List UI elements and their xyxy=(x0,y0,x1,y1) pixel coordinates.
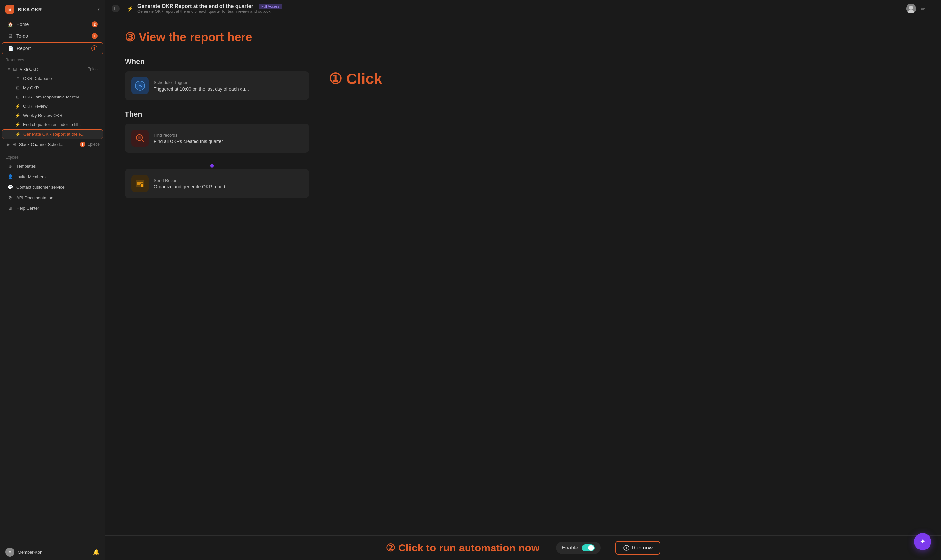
user-avatar[interactable]: M xyxy=(5,548,14,557)
sidebar-item-help[interactable]: ⊞ Help Center xyxy=(2,203,103,213)
sidebar-item-invite[interactable]: 👤 Invite Members xyxy=(2,172,103,182)
user-name: Member-Kon xyxy=(18,550,90,555)
report-badge: 1 xyxy=(91,45,97,51)
vika-okr-header[interactable]: ▼ ⊞ Vika OKR 7piece xyxy=(2,64,103,74)
connector-line xyxy=(211,154,212,164)
okr-responsible-label: OKR I am responsible for revi... xyxy=(23,95,100,100)
nav-report[interactable]: 📄 Report 1 xyxy=(2,42,103,54)
sidebar-item-generate-okr[interactable]: ⚡ Generate OKR Report at the e... xyxy=(2,129,103,139)
title-row: Generate OKR Report at the end of the qu… xyxy=(137,3,282,9)
run-now-button[interactable]: Run now xyxy=(616,541,660,555)
scheduler-trigger-desc: Triggered at 10:00 on the last day of ea… xyxy=(154,86,249,92)
send-report-desc: Organize and generate OKR report xyxy=(154,184,225,189)
access-badge: Full Access xyxy=(259,4,282,9)
contact-label: Contact customer service xyxy=(17,185,65,190)
bolt3-icon: ⚡ xyxy=(15,122,20,127)
todo-badge: 1 xyxy=(92,33,97,39)
sidebar-item-okr-review[interactable]: ⚡ OKR Review xyxy=(2,102,103,111)
svg-point-11 xyxy=(138,136,141,139)
topbar-title-group: Generate OKR Report at the end of the qu… xyxy=(137,3,282,14)
grid2-icon: ⊞ xyxy=(15,85,20,90)
sidebar-item-okr-responsible[interactable]: ⊞ OKR I am responsible for revi... xyxy=(2,92,103,102)
more-options-icon[interactable]: ··· xyxy=(930,5,935,12)
api-icon: ⚙ xyxy=(7,195,13,200)
chevron-right-icon: ▶ xyxy=(7,143,10,146)
connector xyxy=(125,152,921,169)
enable-toggle[interactable] xyxy=(582,544,595,551)
panel-toggle-button[interactable] xyxy=(112,5,120,12)
okr-review-label: OKR Review xyxy=(23,104,100,109)
end-quarter-label: End of quarter reminder to fill ... xyxy=(23,122,100,127)
enable-label: Enable xyxy=(562,545,578,551)
slack-title: Slack Channel Sched... xyxy=(19,142,76,147)
home-badge: 2 xyxy=(92,22,97,27)
svg-line-12 xyxy=(141,140,143,142)
explore-label: Explore xyxy=(0,152,105,161)
sidebar-item-templates[interactable]: ⊕ Templates xyxy=(2,161,103,171)
send-report-title: Send Report xyxy=(154,178,225,183)
sidebar-item-weekly-review[interactable]: ⚡ Weekly Review OKR xyxy=(2,111,103,120)
send-report-info: Send Report Organize and generate OKR re… xyxy=(154,178,225,189)
scheduler-icon-wrap xyxy=(131,77,148,94)
grid3-icon: ⊞ xyxy=(15,95,20,100)
report-icon: 📄 xyxy=(8,46,14,51)
workspace-header[interactable]: B BIKA OKR ▾ xyxy=(0,0,105,18)
templates-icon: ⊕ xyxy=(7,163,13,169)
slack-grid-icon: ⊞ xyxy=(12,142,17,147)
sidebar: B BIKA OKR ▾ 🏠 Home 2 ☑ To-do 1 📄 Report… xyxy=(0,0,105,560)
workspace-chevron-icon: ▾ xyxy=(97,7,100,11)
sidebar-item-contact[interactable]: 💬 Contact customer service xyxy=(2,182,103,192)
todo-icon: ☑ xyxy=(7,34,13,39)
main-content: ⚡ Generate OKR Report at the end of the … xyxy=(105,0,941,560)
slack-badge: ! xyxy=(80,142,85,147)
annotation-run-automation: ② Click to run automation now xyxy=(386,542,540,554)
sidebar-item-okr-db[interactable]: # OKR Database xyxy=(2,74,103,83)
scheduler-trigger-title: Scheduler Trigger xyxy=(154,80,249,85)
send-report-icon-wrap xyxy=(131,175,148,192)
topbar-avatar[interactable] xyxy=(906,4,916,14)
sidebar-item-api[interactable]: ⚙ API Documentation xyxy=(2,193,103,203)
scheduler-trigger-card[interactable]: Scheduler Trigger Triggered at 10:00 on … xyxy=(125,71,309,100)
chevron-down-icon: ▼ xyxy=(7,67,11,71)
slack-count: 1piece xyxy=(88,142,100,147)
find-records-icon-wrap xyxy=(131,130,148,147)
separator: | xyxy=(607,544,609,552)
automation-icon: ⚡ xyxy=(127,6,133,12)
bolt2-icon: ⚡ xyxy=(15,113,20,118)
workspace-name: BIKA OKR xyxy=(18,6,94,12)
bell-icon[interactable]: 🔔 xyxy=(93,549,100,555)
find-records-desc: Find all OKRs created this quarter xyxy=(154,139,223,144)
nav-home[interactable]: 🏠 Home 2 xyxy=(2,19,103,30)
workspace-logo: B xyxy=(5,5,14,14)
invite-label: Invite Members xyxy=(17,174,46,179)
vika-okr-group: ▼ ⊞ Vika OKR 7piece # OKR Database ⊞ My … xyxy=(0,64,105,139)
grid-icon: ⊞ xyxy=(13,66,17,72)
find-records-title: Find records xyxy=(154,132,223,137)
bottom-bar: ② Click to run automation now Enable | R… xyxy=(105,535,941,560)
magic-icon: ✦ xyxy=(919,537,926,546)
find-records-card[interactable]: Find records Find all OKRs created this … xyxy=(125,124,309,152)
then-section: Then Find records Find all OKRs created … xyxy=(125,110,921,198)
run-now-label: Run now xyxy=(632,545,653,551)
invite-icon: 👤 xyxy=(7,174,13,179)
enable-group: Enable xyxy=(556,542,601,554)
vika-okr-title: Vika OKR xyxy=(20,67,85,72)
sidebar-footer: M Member-Kon 🔔 xyxy=(0,544,105,560)
scheduler-trigger-info: Scheduler Trigger Triggered at 10:00 on … xyxy=(154,80,249,92)
when-label: When xyxy=(125,57,921,66)
sidebar-item-my-okr[interactable]: ⊞ My OKR xyxy=(2,83,103,92)
slack-group-header[interactable]: ▶ ⊞ Slack Channel Sched... ! 1piece xyxy=(2,140,103,149)
magic-button[interactable]: ✦ xyxy=(914,533,931,550)
send-report-card[interactable]: Send Report Organize and generate OKR re… xyxy=(125,169,309,198)
edit-icon[interactable]: ✏ xyxy=(921,6,925,12)
home-icon: 🏠 xyxy=(7,22,13,27)
okr-db-label: OKR Database xyxy=(23,76,100,81)
resources-label: Resources xyxy=(0,54,105,64)
nav-todo[interactable]: ☑ To-do 1 xyxy=(2,31,103,42)
vika-okr-count: 7piece xyxy=(88,67,100,71)
automation-content: ③ View the report here When Scheduler Tr… xyxy=(105,17,941,535)
sidebar-item-end-quarter[interactable]: ⚡ End of quarter reminder to fill ... xyxy=(2,120,103,129)
bolt1-icon: ⚡ xyxy=(15,104,20,109)
nav-todo-label: To-do xyxy=(17,34,88,39)
api-label: API Documentation xyxy=(17,195,53,200)
